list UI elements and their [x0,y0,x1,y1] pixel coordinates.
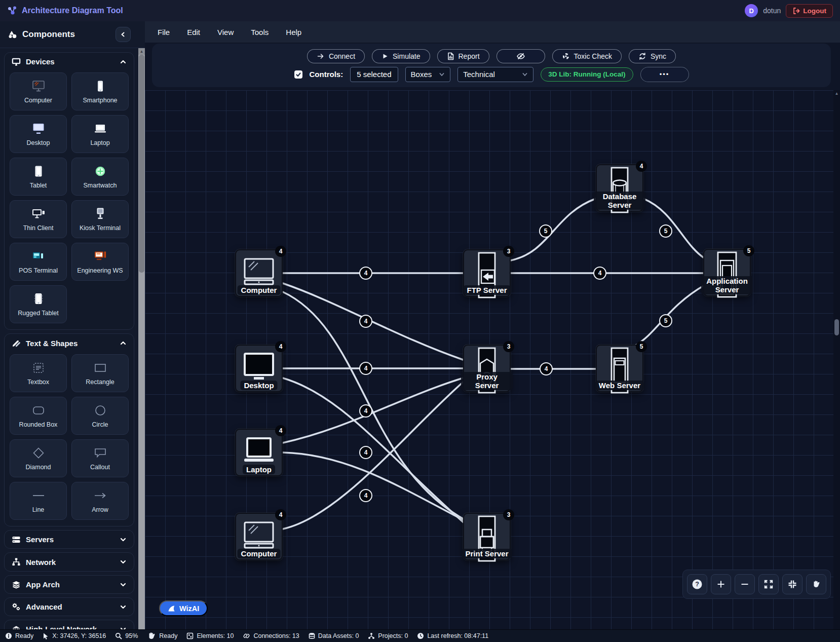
component-smartphone[interactable]: Smartphone [71,72,129,110]
component-circle[interactable]: Circle [71,397,129,435]
menu-item-file[interactable]: File [151,25,176,40]
chevron-up-icon [120,339,127,347]
plus-button[interactable] [711,574,731,594]
minus-button[interactable] [735,574,755,594]
menu-item-edit[interactable]: Edit [180,25,207,40]
arrow-right-icon [317,52,325,60]
section-header-network[interactable]: Network [5,553,134,571]
component-label: Line [32,506,45,513]
sync-button[interactable]: Sync [629,49,676,63]
node-badge: 3 [503,509,514,520]
node-proxy-server[interactable]: 3Proxy Server [463,345,511,392]
section-header-devices[interactable]: Devices [5,53,134,70]
component-label: Desktop [27,139,50,146]
simulate-button[interactable]: Simulate [372,49,430,63]
desktop-icon [32,122,45,136]
toxic-check-button[interactable]: Toxic Check [552,49,622,63]
menu-item-view[interactable]: View [211,25,240,40]
node-database-server[interactable]: 4Database Server [596,164,643,212]
component-pos-terminal[interactable]: POS Terminal [10,243,67,281]
node-desktop[interactable]: 4Desktop [235,345,283,392]
node-label: Proxy Server [461,372,513,391]
more-options-button[interactable]: ••• [640,67,689,82]
section-header-app-arch[interactable]: App Arch [5,576,134,593]
scrollbar-up-arrow[interactable]: ▲ [138,48,145,55]
canvas[interactable]: ConnectSimulateReportToxic CheckSync Con… [145,43,840,629]
avatar[interactable]: D [745,4,758,17]
edge-weight-badge[interactable]: 4 [359,362,372,375]
component-callout[interactable]: Callout [71,439,129,477]
sidebar-scrollbar[interactable]: ▲ [138,48,145,629]
visibility-button[interactable] [497,49,545,63]
node-laptop[interactable]: 4Laptop [235,429,283,476]
edge-weight-badge[interactable]: 4 [359,267,372,280]
status-item: Elements: 10 [186,632,234,639]
component-rectangle[interactable]: Rectangle [71,354,129,392]
component-kiosk-terminal[interactable]: Kiosk Terminal [71,200,129,238]
component-rounded-box[interactable]: Rounded Box [10,397,67,435]
node-computer[interactable]: 4Computer [235,513,283,560]
controls-checkbox[interactable] [294,70,302,79]
section-header-text-shapes[interactable]: Text & Shapes [5,334,134,352]
component-line[interactable]: Line [10,482,67,520]
status-item: Projects: 0 [368,632,408,639]
report-button[interactable]: Report [437,49,489,63]
connect-button[interactable]: Connect [307,49,365,63]
component-engineering-ws[interactable]: Engineering WS [71,243,129,281]
sidebar-collapse-button[interactable] [116,27,131,42]
layers-icon [12,581,21,589]
node-print-server[interactable]: 3Print Server [463,513,511,560]
node-application-server[interactable]: 5Application Server [703,249,751,296]
chevron-down-icon [120,626,127,630]
component-desktop[interactable]: Desktop [10,115,67,153]
box-style-select[interactable]: Boxes [405,67,451,82]
help-button[interactable]: ? [687,574,707,594]
edge-weight-badge[interactable]: 4 [359,315,372,328]
node-ftp-server[interactable]: 3FTP Server [463,249,511,297]
component-arrow[interactable]: Arrow [71,482,129,520]
edge-weight-badge[interactable]: 4 [593,267,606,280]
scrollbar-up-arrow[interactable]: ▲ [833,91,840,96]
menu-item-tools[interactable]: Tools [244,25,275,40]
component-diamond[interactable]: Diamond [10,439,67,477]
node-label: Web Server [595,381,644,390]
edge-weight-badge[interactable]: 5 [659,314,672,327]
section-header-advanced[interactable]: Advanced [5,598,134,616]
component-tablet[interactable]: Tablet [10,158,67,196]
node-computer[interactable]: 4Computer [235,249,283,297]
edge-weight-badge[interactable]: 5 [539,224,552,238]
component-textbox[interactable]: Textbox [10,354,67,392]
edge-weight-badge[interactable]: 4 [359,446,372,459]
section-header-servers[interactable]: Servers [5,531,134,548]
component-rugged-tablet[interactable]: Rugged Tablet [10,285,67,323]
component-laptop[interactable]: Laptop [71,115,129,153]
wizai-button[interactable]: WizAI [159,600,208,616]
shrink-button[interactable] [782,574,803,594]
hand-button[interactable] [806,574,826,594]
wizai-label: WizAI [179,605,199,613]
edge-weight-badge[interactable]: 4 [359,489,372,502]
status-item: 95% [115,632,138,639]
node-badge: 3 [503,341,514,352]
scrollbar-thumb[interactable] [834,319,839,335]
sidebar-sections: DevicesComputerSmartphoneDesktopLaptopTa… [0,48,138,629]
edge-weight-badge[interactable]: 5 [659,224,672,238]
canvas-scrollbar[interactable]: ▲ [833,90,840,629]
scrollbar-thumb[interactable] [139,55,144,273]
menu-item-help[interactable]: Help [279,25,308,40]
lib-status-badge: 3D Lib: Running (Local) [541,67,633,82]
edge-weight-badge[interactable]: 4 [540,362,553,375]
button-label: Sync [651,52,666,60]
cursor-icon [43,632,49,640]
rounded-box-icon [32,403,45,418]
expand-button[interactable] [758,574,779,594]
logout-button[interactable]: Logout [786,4,833,18]
component-computer[interactable]: Computer [10,72,67,110]
component-label: Rounded Box [19,421,58,428]
render-style-select[interactable]: Technical [457,67,533,82]
section-header-high-level-network[interactable]: High-Level Network [5,620,134,629]
component-thin-client[interactable]: Thin Client [10,200,67,238]
node-web-server[interactable]: 5Web Server [596,345,643,392]
component-smartwatch[interactable]: Smartwatch [71,158,129,196]
edge-weight-badge[interactable]: 4 [359,404,372,418]
